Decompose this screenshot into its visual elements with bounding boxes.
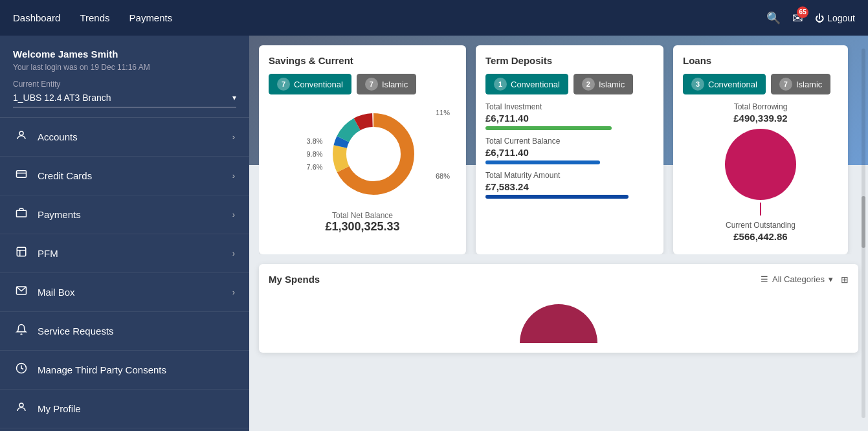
dashboard-cards-row: Savings & Current 7 Conventional 7 Islam… (259, 45, 858, 254)
sidebar-item-payments[interactable]: Payments › (0, 195, 249, 234)
manage-third-party-label: Manage Third Party Consents (38, 364, 166, 375)
entity-selector[interactable]: 1_UBS 12.4 AT3 Branch ▾ (13, 93, 236, 107)
sidebar-item-mail-box[interactable]: Mail Box › (0, 273, 249, 312)
sidebar-header: Welcome James Smith Your last login was … (0, 36, 249, 118)
sidebar-item-accounts[interactable]: Accounts › (0, 118, 249, 157)
spends-chart-area (269, 291, 849, 343)
my-profile-icon (14, 401, 28, 416)
loans-islamic-label: Islamic (796, 80, 822, 89)
loans-circle-chart (683, 129, 838, 216)
loans-conventional-count: 3 (691, 78, 704, 91)
savings-card-title: Savings & Current (269, 55, 456, 66)
top-nav: Dashboard Trends Payments 🔍 ✉ 65 ⏻ Logou… (0, 0, 868, 36)
content-area: Savings & Current 7 Conventional 7 Islam… (249, 36, 868, 431)
spends-half-circle-chart (520, 304, 597, 343)
td-current-balance: Total Current Balance £6,711.40 (485, 137, 654, 164)
td-islamic-count: 2 (582, 78, 595, 91)
payments-icon (14, 207, 28, 222)
td-islamic-label: Islamic (599, 80, 625, 89)
donut-label-7-6: 7.6% (306, 163, 322, 171)
sidebar-item-service-requests[interactable]: Service Requests (0, 312, 249, 351)
savings-islamic-count: 7 (365, 78, 378, 91)
mail-box-label: Mail Box (38, 287, 75, 298)
filter-chevron-icon: ▾ (829, 274, 833, 284)
nav-trends[interactable]: Trends (80, 12, 109, 23)
loans-card: Loans 3 Conventional 7 Islamic Total Bor… (673, 45, 848, 254)
mail-box-arrow-icon: › (232, 287, 235, 297)
nav-dashboard[interactable]: Dashboard (13, 12, 60, 23)
loans-islamic-tab[interactable]: 7 Islamic (771, 74, 830, 94)
td-islamic-tab[interactable]: 2 Islamic (573, 74, 633, 94)
search-button[interactable]: 🔍 (766, 11, 781, 25)
accounts-label: Accounts (38, 131, 78, 142)
term-deposits-title: Term Deposits (485, 55, 654, 66)
loans-conventional-label: Conventional (708, 80, 757, 89)
accounts-arrow-icon: › (232, 132, 235, 142)
td-conventional-tab[interactable]: 1 Conventional (485, 74, 568, 94)
loans-title: Loans (683, 55, 838, 66)
td-maturity-amount: Total Maturity Amount £7,583.24 (485, 171, 654, 199)
entity-chevron-icon: ▾ (232, 93, 236, 102)
service-requests-label: Service Requests (38, 326, 114, 337)
td-conventional-count: 1 (494, 78, 507, 91)
loans-stem (760, 203, 761, 216)
loans-circle (725, 129, 796, 200)
nav-payments[interactable]: Payments (129, 12, 173, 23)
main-layout: Welcome James Smith Your last login was … (0, 36, 868, 431)
sidebar-item-credit-cards[interactable]: Credit Cards › (0, 157, 249, 195)
savings-card-tabs: 7 Conventional 7 Islamic (269, 74, 456, 94)
sidebar-item-session-summary[interactable]: Session Summary (0, 428, 249, 431)
savings-current-card: Savings & Current 7 Conventional 7 Islam… (259, 45, 466, 254)
my-profile-label: My Profile (38, 403, 81, 414)
sidebar: Welcome James Smith Your last login was … (0, 36, 249, 431)
svg-rect-3 (17, 210, 27, 217)
savings-conventional-label: Conventional (294, 80, 343, 89)
donut-label-11: 11% (436, 109, 450, 116)
svg-point-0 (19, 131, 23, 135)
loans-current-outstanding: Current Outstanding £566,442.86 (683, 221, 838, 242)
sidebar-item-pfm[interactable]: PFM › (0, 234, 249, 273)
credit-cards-icon (14, 168, 28, 183)
nav-links: Dashboard Trends Payments (13, 12, 766, 23)
my-spends-card: My Spends ☰ All Categories ▾ ⊞ (259, 264, 858, 353)
sidebar-entity-label: Current Entity (13, 80, 236, 89)
term-deposits-tabs: 1 Conventional 2 Islamic (485, 74, 654, 94)
svg-rect-1 (17, 171, 27, 178)
content-inner: Savings & Current 7 Conventional 7 Islam… (249, 36, 868, 362)
donut-svg (328, 109, 419, 199)
credit-cards-label: Credit Cards (38, 170, 92, 181)
sidebar-item-my-profile[interactable]: My Profile (0, 390, 249, 428)
mail-badge: 65 (797, 6, 808, 18)
donut-labels-left: 3.8% 9.8% 7.6% (306, 137, 322, 171)
savings-conventional-count: 7 (277, 78, 290, 91)
entity-value: 1_UBS 12.4 AT3 Branch (13, 93, 111, 103)
power-icon: ⏻ (815, 13, 824, 23)
sidebar-item-manage-third-party[interactable]: Manage Third Party Consents (0, 351, 249, 390)
mail-box-icon (14, 285, 28, 300)
filter-label: All Categories (772, 274, 825, 284)
svg-rect-4 (17, 247, 26, 256)
loans-tabs: 3 Conventional 7 Islamic (683, 74, 838, 94)
savings-conventional-tab[interactable]: 7 Conventional (269, 74, 351, 94)
mail-button[interactable]: ✉ 65 (792, 10, 803, 26)
payments-arrow-icon: › (232, 210, 235, 219)
spends-filter-dropdown[interactable]: ☰ All Categories ▾ (761, 274, 833, 284)
nav-right: 🔍 ✉ 65 ⏻ Logout (766, 10, 855, 26)
td-maturity-bar (485, 195, 629, 199)
td-investment-bar (485, 126, 612, 130)
spends-grid-icon[interactable]: ⊞ (841, 274, 849, 285)
td-balance-bar (485, 160, 600, 164)
savings-islamic-label: Islamic (382, 80, 408, 89)
term-deposits-card: Term Deposits 1 Conventional 2 Islamic T… (476, 45, 663, 254)
pfm-arrow-icon: › (232, 249, 235, 258)
logout-button[interactable]: ⏻ Logout (815, 13, 855, 23)
spends-title: My Spends (269, 274, 320, 285)
donut-label-3-8: 3.8% (306, 137, 322, 145)
savings-islamic-tab[interactable]: 7 Islamic (357, 74, 416, 94)
spends-header: My Spends ☰ All Categories ▾ ⊞ (269, 274, 849, 285)
pfm-label: PFM (38, 248, 58, 259)
donut-label-9-8: 9.8% (306, 150, 322, 158)
svg-point-16 (351, 131, 396, 177)
loans-conventional-tab[interactable]: 3 Conventional (683, 74, 766, 94)
td-total-investment: Total Investment £6,711.40 (485, 102, 654, 130)
